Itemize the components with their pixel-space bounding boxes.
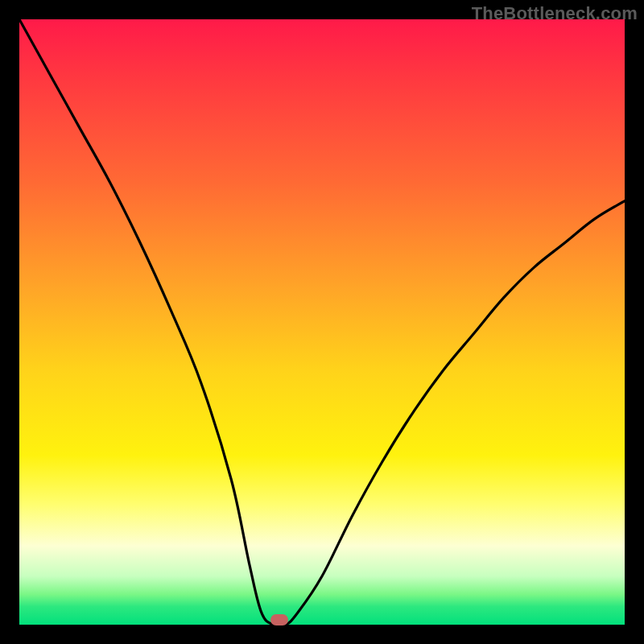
curve-path bbox=[19, 19, 625, 625]
branding-watermark: TheBottleneck.com bbox=[472, 3, 638, 24]
bottleneck-curve bbox=[19, 19, 625, 625]
minimum-marker bbox=[270, 614, 288, 625]
chart-frame: TheBottleneck.com bbox=[0, 0, 644, 644]
chart-plot-area bbox=[19, 19, 625, 625]
